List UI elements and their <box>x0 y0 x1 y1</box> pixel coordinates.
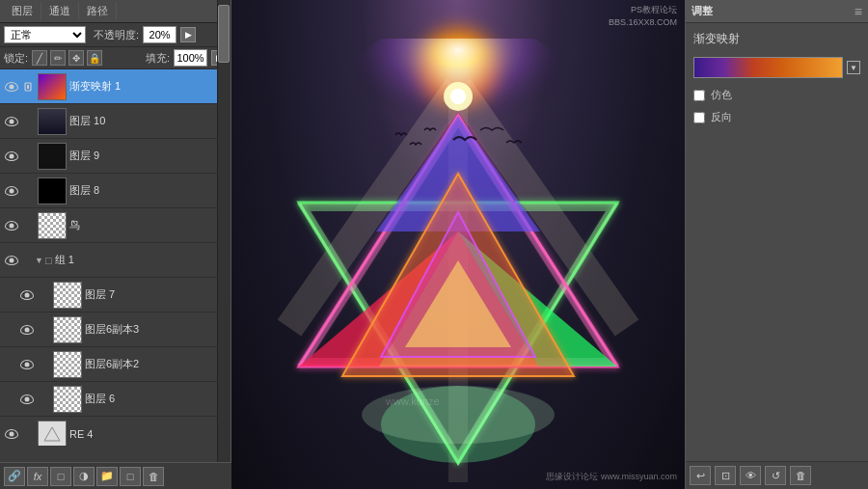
delete-layer-btn[interactable]: 🗑 <box>143 467 164 486</box>
layer-item-10[interactable]: 图层 10 <box>0 104 231 139</box>
gradient-bar-container: ▼ <box>693 57 860 78</box>
layer-visibility-4[interactable] <box>2 417 21 447</box>
lock-label: 锁定: <box>4 51 28 66</box>
eye-icon-4 <box>5 429 18 439</box>
reverse-row: 反向 <box>686 106 868 128</box>
layer-thumb-9 <box>38 143 67 170</box>
layer-item-4[interactable]: RE 4 fx <box>0 417 231 446</box>
panel-menu-btn[interactable]: ≡ <box>854 4 862 19</box>
layer-visibility-6[interactable] <box>17 382 37 417</box>
reset-btn[interactable]: ↺ <box>765 466 786 485</box>
reverse-checkbox[interactable] <box>693 112 705 123</box>
layer-visibility-7[interactable] <box>17 278 37 312</box>
new-layer-btn[interactable]: □ <box>120 467 141 486</box>
layer-thumb-10 <box>38 108 67 135</box>
lock-pixels-btn[interactable]: ✏ <box>50 50 66 66</box>
blend-row: 正常 不透明度: ▶ <box>0 23 231 47</box>
layer-item-8[interactable]: 图层 8 <box>0 174 231 208</box>
layer-name-gradient-map: 渐变映射 1 <box>69 79 229 94</box>
canvas-artwork: www.kunze <box>241 39 675 482</box>
layer-toolbar: 🔗 fx □ ◑ 📁 □ 🗑 <box>0 462 231 489</box>
opacity-arrow[interactable]: ▶ <box>180 27 196 42</box>
layer-item-6[interactable]: 图层 6 <box>0 382 231 417</box>
opacity-label: 不透明度: <box>94 28 139 42</box>
layer-item-6copy3[interactable]: 图层6副本3 <box>0 312 231 347</box>
gradient-bar[interactable] <box>693 57 843 78</box>
add-mask-btn[interactable]: □ <box>50 467 71 486</box>
layer-item-birds[interactable]: 鸟 <box>0 208 231 243</box>
layer-name-group1: 组 1 <box>55 253 229 267</box>
svg-point-23 <box>362 386 555 444</box>
svg-rect-1 <box>27 85 29 89</box>
visibility-toggle-btn[interactable]: 👁 <box>740 466 761 485</box>
layer-name-birds: 鸟 <box>69 218 229 232</box>
panel-header: 调整 ≡ <box>686 0 868 23</box>
eye-icon-6 <box>20 394 34 404</box>
adjustment-subtitle: 渐变映射 <box>686 23 868 51</box>
layer-visibility-group1[interactable] <box>2 243 21 278</box>
svg-text:www.kunze: www.kunze <box>385 395 440 407</box>
simulate-pressure-checkbox[interactable] <box>693 90 705 101</box>
add-group-btn[interactable]: 📁 <box>96 467 118 486</box>
layer-visibility-6copy3[interactable] <box>17 312 37 347</box>
eye-icon-group1 <box>5 256 18 265</box>
eye-icon-8 <box>5 186 18 196</box>
scroll-track[interactable] <box>217 69 231 446</box>
layer-name-6copy2: 图层6副本2 <box>85 357 229 371</box>
lock-all-btn[interactable]: 🔒 <box>87 50 102 66</box>
layer-thumb-7 <box>53 282 82 309</box>
layer-name-4: RE 4 <box>69 428 217 440</box>
layer-thumb-4 <box>38 421 67 447</box>
gradient-section: ▼ <box>686 51 868 84</box>
layer-visibility-birds[interactable] <box>2 208 21 243</box>
layer-visibility-10[interactable] <box>2 104 21 139</box>
layer-item-group1[interactable]: ▼ □ 组 1 <box>0 243 231 278</box>
lock-transparent-btn[interactable]: ╱ <box>32 50 47 66</box>
svg-point-22 <box>450 89 466 104</box>
layer-thumb-birds <box>38 212 67 239</box>
blend-mode-select[interactable]: 正常 <box>4 26 86 43</box>
layer-visibility-8[interactable] <box>2 174 21 208</box>
simulate-pressure-label: 仿色 <box>711 88 732 102</box>
delete-adjustment-btn[interactable]: 🗑 <box>790 466 811 485</box>
fill-input[interactable] <box>174 49 207 67</box>
panel-title: 调整 <box>692 4 713 18</box>
opacity-input[interactable] <box>143 26 176 43</box>
layer-visibility-gradient-map[interactable] <box>2 69 21 104</box>
svg-marker-2 <box>44 427 60 441</box>
group-icon: □ <box>45 255 52 266</box>
layer-name-9: 图层 9 <box>69 149 229 163</box>
add-style-btn[interactable]: fx <box>27 467 48 486</box>
tab-layers[interactable]: 图层 <box>4 2 41 20</box>
group-expand-arrow[interactable]: ▼ <box>35 256 43 265</box>
main-canvas: www.kunze PS教程论坛 BBS.16XX8.COM 思缘设计论坛 ww… <box>231 0 685 489</box>
fill-label: 填充: <box>146 51 170 66</box>
lock-position-btn[interactable]: ✥ <box>68 50 84 66</box>
layer-list: 渐变映射 1 图层 10 图层 9 <box>0 69 231 446</box>
gradient-dropdown-btn[interactable]: ▼ <box>847 61 860 74</box>
layer-visibility-6copy2[interactable] <box>17 347 37 382</box>
reverse-label: 反向 <box>711 110 732 124</box>
layer-item-7[interactable]: 图层 7 <box>0 278 231 312</box>
layer-name-7: 图层 7 <box>85 287 229 302</box>
expand-view-btn[interactable]: ⊡ <box>715 466 736 485</box>
tab-paths[interactable]: 路径 <box>79 2 117 20</box>
tab-channels[interactable]: 通道 <box>41 2 79 20</box>
layer-name-10: 图层 10 <box>69 114 229 128</box>
panel-bottom-toolbar: ↩ ⊡ 👁 ↺ 🗑 <box>686 461 868 489</box>
eye-icon <box>5 82 18 92</box>
add-adjustment-btn[interactable]: ◑ <box>73 467 95 486</box>
eye-icon-6copy2 <box>20 360 34 369</box>
return-to-adjustments-btn[interactable]: ↩ <box>690 466 711 485</box>
simulate-pressure-row: 仿色 <box>686 84 868 106</box>
layer-visibility-9[interactable] <box>2 139 21 174</box>
eye-icon-9 <box>5 151 18 161</box>
layer-item-9[interactable]: 图层 9 <box>0 139 231 174</box>
link-layers-btn[interactable]: 🔗 <box>4 467 25 486</box>
layer-thumb-6copy3 <box>53 316 82 343</box>
layer-link <box>21 82 35 92</box>
layer-item-gradient-map[interactable]: 渐变映射 1 <box>0 69 231 104</box>
layer-thumb-6copy2 <box>53 351 82 378</box>
layer-name-6copy3: 图层6副本3 <box>85 322 229 337</box>
layer-item-6copy2[interactable]: 图层6副本2 <box>0 347 231 382</box>
